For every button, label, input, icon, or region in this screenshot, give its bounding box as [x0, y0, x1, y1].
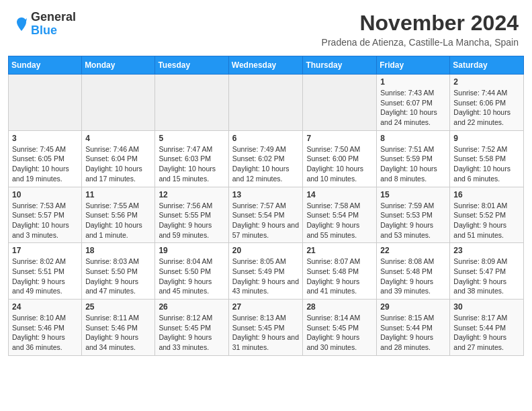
day-info: Sunrise: 7:56 AMSunset: 5:55 PMDaylight:… [159, 201, 224, 240]
calendar-table: SundayMondayTuesdayWednesdayThursdayFrid… [8, 56, 524, 356]
weekday-header-sunday: Sunday [9, 56, 82, 75]
calendar-week-row: 10Sunrise: 7:53 AMSunset: 5:57 PMDayligh… [9, 187, 524, 243]
day-info: Sunrise: 7:59 AMSunset: 5:53 PMDaylight:… [380, 201, 446, 240]
day-info: Sunrise: 7:53 AMSunset: 5:57 PMDaylight:… [12, 201, 78, 240]
day-number: 13 [232, 190, 300, 199]
calendar-cell: 3Sunrise: 7:45 AMSunset: 6:05 PMDaylight… [9, 130, 82, 187]
day-number: 22 [380, 246, 446, 255]
day-info: Sunrise: 8:04 AMSunset: 5:50 PMDaylight:… [159, 257, 224, 296]
day-number: 7 [306, 134, 373, 143]
calendar-cell: 20Sunrise: 8:05 AMSunset: 5:49 PMDayligh… [228, 243, 303, 300]
calendar-cell: 27Sunrise: 8:13 AMSunset: 5:45 PMDayligh… [228, 300, 303, 356]
month-title: November 2024 [322, 11, 519, 36]
calendar-cell: 14Sunrise: 7:58 AMSunset: 5:54 PMDayligh… [303, 187, 377, 243]
day-number: 21 [306, 246, 373, 255]
day-info: Sunrise: 7:51 AMSunset: 5:59 PMDaylight:… [380, 144, 446, 184]
weekday-header-wednesday: Wednesday [228, 56, 303, 75]
day-info: Sunrise: 8:10 AMSunset: 5:46 PMDaylight:… [12, 313, 78, 353]
day-info: Sunrise: 8:17 AMSunset: 5:44 PMDaylight:… [453, 313, 520, 353]
title-block: November 2024 Pradena de Atienza, Castil… [322, 11, 519, 48]
calendar-cell: 28Sunrise: 8:14 AMSunset: 5:45 PMDayligh… [303, 300, 377, 356]
day-number: 15 [380, 190, 446, 199]
day-info: Sunrise: 7:44 AMSunset: 6:06 PMDaylight:… [453, 88, 520, 128]
calendar-cell: 4Sunrise: 7:46 AMSunset: 6:04 PMDaylight… [82, 130, 155, 187]
day-info: Sunrise: 8:13 AMSunset: 5:45 PMDaylight:… [232, 313, 300, 353]
calendar-cell: 12Sunrise: 7:56 AMSunset: 5:55 PMDayligh… [155, 187, 228, 243]
day-info: Sunrise: 7:57 AMSunset: 5:54 PMDaylight:… [232, 201, 300, 240]
weekday-header-thursday: Thursday [303, 56, 377, 75]
calendar-week-row: 1Sunrise: 7:43 AMSunset: 6:07 PMDaylight… [9, 75, 524, 131]
day-number: 26 [159, 302, 224, 312]
day-number: 2 [453, 77, 520, 87]
day-info: Sunrise: 7:43 AMSunset: 6:07 PMDaylight:… [380, 88, 446, 128]
day-info: Sunrise: 7:47 AMSunset: 6:03 PMDaylight:… [159, 144, 224, 184]
day-number: 20 [232, 246, 300, 255]
day-info: Sunrise: 8:14 AMSunset: 5:45 PMDaylight:… [306, 313, 373, 353]
calendar-cell: 18Sunrise: 8:03 AMSunset: 5:50 PMDayligh… [82, 243, 155, 300]
calendar-cell [228, 75, 303, 131]
day-number: 5 [159, 134, 224, 143]
day-info: Sunrise: 7:55 AMSunset: 5:56 PMDaylight:… [85, 201, 151, 240]
day-info: Sunrise: 7:50 AMSunset: 6:00 PMDaylight:… [306, 144, 373, 184]
day-number: 19 [159, 246, 224, 255]
day-number: 24 [12, 302, 78, 312]
calendar-cell: 24Sunrise: 8:10 AMSunset: 5:46 PMDayligh… [9, 300, 82, 356]
location-subtitle: Pradena de Atienza, Castille-La Mancha, … [322, 37, 519, 48]
logo-general-text: General [31, 10, 76, 24]
day-number: 28 [306, 302, 373, 312]
day-number: 27 [232, 302, 300, 312]
day-number: 23 [453, 246, 520, 255]
day-number: 6 [232, 134, 300, 143]
day-number: 10 [12, 190, 78, 199]
day-number: 30 [453, 302, 520, 312]
logo-icon [13, 16, 30, 32]
day-info: Sunrise: 8:05 AMSunset: 5:49 PMDaylight:… [232, 257, 300, 296]
weekday-header-monday: Monday [82, 56, 155, 75]
day-info: Sunrise: 8:12 AMSunset: 5:45 PMDaylight:… [159, 313, 224, 353]
day-info: Sunrise: 7:45 AMSunset: 6:05 PMDaylight:… [12, 144, 78, 184]
day-info: Sunrise: 8:09 AMSunset: 5:47 PMDaylight:… [453, 257, 520, 296]
day-number: 29 [380, 302, 446, 312]
day-info: Sunrise: 8:01 AMSunset: 5:52 PMDaylight:… [453, 201, 520, 240]
day-number: 1 [380, 77, 446, 87]
calendar-cell: 11Sunrise: 7:55 AMSunset: 5:56 PMDayligh… [82, 187, 155, 243]
calendar-cell [9, 75, 82, 131]
calendar-cell [82, 75, 155, 131]
calendar-cell: 29Sunrise: 8:15 AMSunset: 5:44 PMDayligh… [377, 300, 450, 356]
day-number: 14 [306, 190, 373, 199]
day-info: Sunrise: 8:03 AMSunset: 5:50 PMDaylight:… [85, 257, 151, 296]
day-number: 3 [12, 134, 78, 143]
calendar-cell: 15Sunrise: 7:59 AMSunset: 5:53 PMDayligh… [377, 187, 450, 243]
calendar-cell: 19Sunrise: 8:04 AMSunset: 5:50 PMDayligh… [155, 243, 228, 300]
day-info: Sunrise: 8:15 AMSunset: 5:44 PMDaylight:… [380, 313, 446, 353]
weekday-header-saturday: Saturday [450, 56, 524, 75]
calendar-cell: 13Sunrise: 7:57 AMSunset: 5:54 PMDayligh… [228, 187, 303, 243]
calendar-cell: 1Sunrise: 7:43 AMSunset: 6:07 PMDaylight… [377, 75, 450, 131]
day-number: 12 [159, 190, 224, 199]
day-info: Sunrise: 7:49 AMSunset: 6:02 PMDaylight:… [232, 144, 300, 184]
calendar-cell [303, 75, 377, 131]
calendar-cell: 8Sunrise: 7:51 AMSunset: 5:59 PMDaylight… [377, 130, 450, 187]
day-info: Sunrise: 7:58 AMSunset: 5:54 PMDaylight:… [306, 201, 373, 240]
calendar-cell: 16Sunrise: 8:01 AMSunset: 5:52 PMDayligh… [450, 187, 524, 243]
calendar-cell [155, 75, 228, 131]
calendar-cell: 7Sunrise: 7:50 AMSunset: 6:00 PMDaylight… [303, 130, 377, 187]
weekday-header-tuesday: Tuesday [155, 56, 228, 75]
day-number: 17 [12, 246, 78, 255]
calendar-cell: 10Sunrise: 7:53 AMSunset: 5:57 PMDayligh… [9, 187, 82, 243]
calendar-cell: 22Sunrise: 8:08 AMSunset: 5:48 PMDayligh… [377, 243, 450, 300]
day-info: Sunrise: 8:07 AMSunset: 5:48 PMDaylight:… [306, 257, 373, 296]
day-number: 9 [453, 134, 520, 143]
logo-blue-text: Blue [31, 24, 57, 37]
weekday-header-row: SundayMondayTuesdayWednesdayThursdayFrid… [9, 56, 524, 75]
day-info: Sunrise: 8:08 AMSunset: 5:48 PMDaylight:… [380, 257, 446, 296]
weekday-header-friday: Friday [377, 56, 450, 75]
calendar-week-row: 17Sunrise: 8:02 AMSunset: 5:51 PMDayligh… [9, 243, 524, 300]
day-info: Sunrise: 7:52 AMSunset: 5:58 PMDaylight:… [453, 144, 520, 184]
day-number: 11 [85, 190, 151, 199]
logo: General Blue [13, 11, 76, 38]
day-number: 25 [85, 302, 151, 312]
calendar-cell: 5Sunrise: 7:47 AMSunset: 6:03 PMDaylight… [155, 130, 228, 187]
day-info: Sunrise: 8:02 AMSunset: 5:51 PMDaylight:… [12, 257, 78, 296]
day-number: 4 [85, 134, 151, 143]
